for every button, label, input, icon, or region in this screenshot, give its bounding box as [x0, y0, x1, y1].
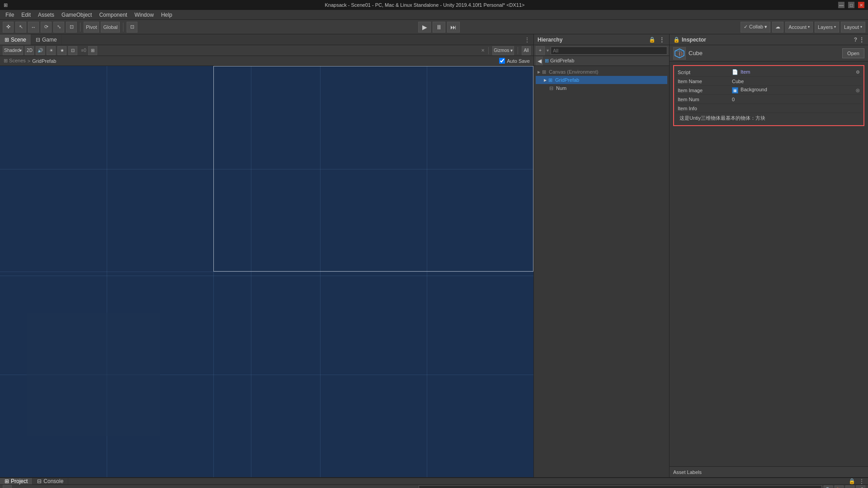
audio-btn[interactable]: 🔊 [36, 46, 45, 55]
search-icon-btn[interactable]: 🔍 [824, 485, 833, 488]
scene-tab-icon: ⊞ [5, 37, 9, 43]
pause-btn[interactable]: ⏸ [433, 22, 445, 33]
bookmark-btn[interactable]: 🔖 [835, 485, 844, 488]
fx-btn[interactable]: ★ [57, 46, 66, 55]
hierarchy-search[interactable] [551, 47, 667, 55]
scenes-link[interactable]: ⊞ Scenes [4, 58, 26, 64]
menu-help[interactable]: Help [157, 11, 176, 19]
hierarchy-more-icon[interactable]: ⋮ [658, 37, 665, 43]
menu-file[interactable]: File [2, 11, 18, 19]
inspector-help-icon[interactable]: ? [854, 37, 857, 43]
toolbar-right: ✓ Collab ▾ ☁ Account ▾ Layers ▾ Layout ▾ [741, 22, 865, 33]
all-btn[interactable]: All [522, 46, 531, 55]
hierarchy-item-num[interactable]: ⊟ Num [536, 84, 667, 92]
pivot-btn[interactable]: Pivot [84, 22, 99, 33]
menu-component[interactable]: Component [95, 11, 131, 19]
auto-save-check[interactable] [499, 58, 505, 64]
grid-prefab-link[interactable]: GridPrefab [32, 58, 56, 64]
window-title: Knapsack - Scene01 - PC, Mac & Linux Sta… [11, 2, 838, 8]
script-settings-icon[interactable]: ⚙ [856, 70, 860, 75]
star-btn[interactable]: ★ [845, 485, 854, 488]
count-btn[interactable]: ≡9 [856, 485, 865, 488]
object-name: Cube [689, 50, 840, 56]
rotate-tool[interactable]: ↔ [28, 22, 39, 33]
scene-tabs-more-icon[interactable]: ⋮ [524, 37, 531, 43]
hand-tool[interactable]: ✜ [3, 22, 14, 33]
collab-btn[interactable]: ✓ Collab ▾ [741, 22, 770, 33]
light-btn[interactable]: ☀ [47, 46, 56, 55]
left-panel: ⊞ Scene ⊟ Game ⋮ Shaded ▾ 2D 🔊 ☀ [0, 34, 533, 477]
layer-mask-btn[interactable]: ⊞ [88, 46, 97, 55]
project-add-btn[interactable]: + [3, 485, 12, 488]
tab-console[interactable]: ⊟ Console [33, 478, 68, 484]
asset-labels-label: Asset Labels [673, 469, 702, 475]
menu-window[interactable]: Window [131, 11, 157, 19]
bottom-tabs-row: ⊞ Project ⊟ Console 🔒 ⋮ [0, 478, 868, 485]
sep3 [488, 47, 489, 54]
minimize-btn[interactable]: — [838, 2, 844, 8]
layout-arrow-icon: ▾ [860, 25, 862, 29]
hierarchy-nav-prefab: ⊞ GridPrefab [545, 58, 574, 64]
step-btn[interactable]: ⏭ [447, 22, 460, 33]
rect-tool[interactable]: ⤡ [53, 22, 64, 33]
item-name-value[interactable]: Cube [732, 79, 860, 84]
maximize-btn[interactable]: □ [848, 2, 854, 8]
script-link[interactable]: Item [741, 69, 750, 75]
bottom-lock-icon[interactable]: 🔒 [848, 478, 856, 484]
play-btn[interactable]: ▶ [418, 22, 431, 33]
scene-viewport: Shaded ▾ 2D 🔊 ☀ ★ ⊡ ≡0 ⊞ ✕ Gizmos ▾ All [0, 45, 533, 477]
inspector-lock-icon[interactable]: 🔒 [673, 37, 680, 43]
menu-assets[interactable]: Assets [34, 11, 58, 19]
item-num-row: Item Num 0 [676, 95, 862, 104]
hierarchy-title: Hierarchy [538, 37, 562, 43]
hierarchy-back-btn[interactable]: ◀ [536, 56, 543, 66]
tab-game[interactable]: ⊟ Game [31, 34, 62, 45]
project-search[interactable] [419, 485, 822, 488]
transform-tool[interactable]: ⊡ [66, 22, 77, 33]
move-tool[interactable]: ↖ [15, 22, 26, 33]
tab-project[interactable]: ⊞ Project [0, 478, 33, 484]
item-image-target-icon[interactable]: ◎ [856, 88, 860, 93]
gizmos-btn[interactable]: Gizmos ▾ [492, 46, 514, 55]
grid-h3 [0, 276, 533, 276]
open-btn[interactable]: Open [842, 48, 864, 58]
cloud-btn[interactable]: ☁ [772, 22, 783, 33]
scale-tool[interactable]: ⟳ [41, 22, 52, 33]
account-arrow-icon: ▾ [808, 25, 810, 29]
hierarchy-item-gridprefab[interactable]: ▶ ⊞ GridPrefab [536, 76, 667, 84]
global-btn[interactable]: Global [101, 22, 120, 33]
shaded-arrow-icon: ▾ [19, 48, 22, 53]
main-layout: ⊞ Scene ⊟ Game ⋮ Shaded ▾ 2D 🔊 ☀ [0, 34, 868, 477]
background-thumbnail-icon: ▦ [732, 87, 738, 94]
menu-edit[interactable]: Edit [18, 11, 34, 19]
app-icon: ⊞ [4, 2, 8, 8]
console-tab-icon: ⊟ [37, 478, 42, 484]
item-info-label: Item Info [678, 106, 732, 111]
asset-labels-footer: Asset Labels [670, 466, 868, 477]
shaded-dropdown[interactable]: Shaded ▾ [3, 46, 23, 55]
bottom-more-icon[interactable]: ⋮ [858, 478, 865, 484]
hierarchy-item-canvas[interactable]: ▶ ⊞ Canvas (Environment) [536, 68, 667, 76]
hierarchy-header: Hierarchy 🔒 ⋮ [534, 34, 669, 45]
hierarchy-lock-icon[interactable]: 🔒 [648, 37, 656, 43]
hidden-btn[interactable]: ⊡ [68, 46, 77, 55]
layers-arrow-icon: ▾ [834, 25, 836, 29]
cube-icon-bg: {} [673, 47, 686, 60]
tab-scene[interactable]: ⊞ Scene [0, 34, 31, 45]
snap-btn[interactable]: ⊡ [127, 22, 137, 33]
grid-h1 [0, 169, 533, 169]
bottom-tabs-right: 🔒 ⋮ [845, 478, 868, 484]
layout-btn[interactable]: Layout ▾ [841, 22, 865, 33]
2d-btn[interactable]: 2D [25, 46, 34, 55]
inspector-more-icon[interactable]: ⋮ [859, 37, 864, 43]
cloud-icon: ☁ [775, 24, 780, 30]
scene-coord-label: ≡0 [81, 48, 86, 53]
close-btn[interactable]: ✕ [858, 2, 864, 8]
canvas-triangle-icon: ▶ [538, 70, 540, 74]
menu-gameobject[interactable]: GameObject [58, 11, 95, 19]
account-btn[interactable]: Account ▾ [785, 22, 813, 33]
layers-btn[interactable]: Layers ▾ [815, 22, 839, 33]
scene-close-icon[interactable]: ✕ [481, 48, 485, 53]
hierarchy-add-btn[interactable]: + [536, 46, 545, 55]
item-num-value[interactable]: 0 [732, 97, 860, 102]
